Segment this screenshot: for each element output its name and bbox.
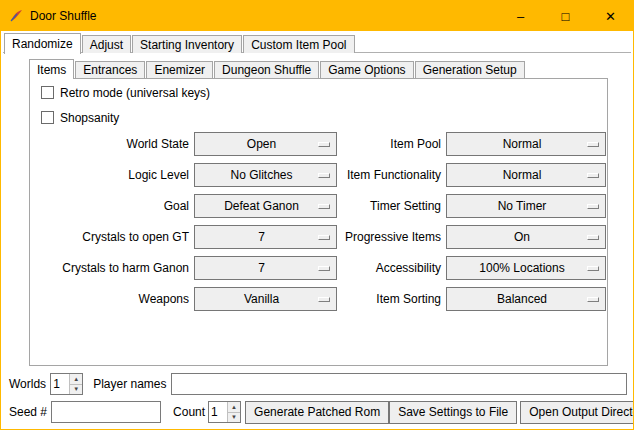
crystals-ganon-label: Crystals to harm Ganon: [32, 256, 189, 280]
count-input[interactable]: [209, 402, 227, 422]
dropdown-indicator-icon: [587, 297, 599, 302]
footer-row-generate: Seed # Count ▲ ▼ Generate Patched Rom Sa…: [1, 400, 633, 424]
item-sorting-dropdown[interactable]: Balanced: [446, 287, 606, 311]
close-button[interactable]: ✕: [588, 1, 633, 31]
tab-entrances[interactable]: Entrances: [75, 61, 145, 78]
progressive-items-label: Progressive Items: [342, 225, 441, 249]
tab-items[interactable]: Items: [29, 59, 74, 79]
generate-patched-rom-button[interactable]: Generate Patched Rom: [245, 401, 389, 424]
outer-tab-bar: Randomize Adjust Starting Inventory Cust…: [4, 33, 356, 53]
item-functionality-dropdown[interactable]: Normal: [446, 163, 606, 187]
item-sorting-value: Balanced: [497, 293, 555, 305]
maximize-button[interactable]: □: [543, 1, 588, 31]
dropdown-indicator-icon: [318, 235, 330, 240]
item-sorting-label: Item Sorting: [342, 287, 441, 311]
retro-mode-row: Retro mode (universal keys): [41, 85, 210, 100]
spin-up-icon[interactable]: ▲: [70, 374, 82, 385]
logic-level-label: Logic Level: [32, 163, 189, 187]
crystals-gt-value: 7: [258, 231, 273, 243]
count-spinner[interactable]: ▲ ▼: [208, 401, 241, 423]
item-pool-label: Item Pool: [342, 132, 441, 156]
world-state-label: World State: [32, 132, 189, 156]
window-title: Door Shuffle: [30, 9, 97, 23]
crystals-ganon-dropdown[interactable]: 7: [194, 256, 337, 280]
dropdown-indicator-icon: [318, 297, 330, 302]
tab-starting-inventory[interactable]: Starting Inventory: [132, 35, 242, 53]
crystals-gt-dropdown[interactable]: 7: [194, 225, 337, 249]
open-output-directory-button[interactable]: Open Output Directory: [520, 401, 634, 424]
settings-grid: World State Open Item Pool Normal Logic …: [32, 132, 606, 311]
tab-custom-item-pool[interactable]: Custom Item Pool: [243, 35, 354, 53]
count-label: Count: [173, 405, 205, 419]
crystals-ganon-value: 7: [258, 262, 273, 274]
world-state-dropdown[interactable]: Open: [194, 132, 337, 156]
item-functionality-label: Item Functionality: [342, 163, 441, 187]
seed-label: Seed #: [9, 405, 47, 419]
spin-up-icon[interactable]: ▲: [228, 402, 240, 413]
worlds-spinner[interactable]: ▲ ▼: [50, 373, 83, 395]
goal-value: Defeat Ganon: [224, 200, 307, 212]
tab-game-options[interactable]: Game Options: [320, 61, 413, 78]
shopsanity-row: Shopsanity: [41, 110, 119, 125]
crystals-gt-label: Crystals to open GT: [32, 225, 189, 249]
timer-setting-dropdown[interactable]: No Timer: [446, 194, 606, 218]
dropdown-indicator-icon: [318, 266, 330, 271]
dropdown-indicator-icon: [587, 235, 599, 240]
spin-down-icon[interactable]: ▼: [70, 385, 82, 395]
tab-dungeon-shuffle[interactable]: Dungeon Shuffle: [214, 61, 319, 78]
seed-input[interactable]: [51, 401, 161, 423]
items-panel: Retro mode (universal keys) Shopsanity W…: [29, 78, 608, 366]
dropdown-indicator-icon: [587, 142, 599, 147]
worlds-label: Worlds: [9, 377, 46, 391]
accessibility-value: 100% Locations: [479, 262, 572, 274]
accessibility-dropdown[interactable]: 100% Locations: [446, 256, 606, 280]
weapons-label: Weapons: [32, 287, 189, 311]
logic-level-value: No Glitches: [230, 169, 300, 181]
app-window: Door Shuffle – □ ✕ Randomize Adjust Star…: [0, 0, 634, 430]
goal-label: Goal: [32, 194, 189, 218]
tab-adjust[interactable]: Adjust: [82, 35, 131, 53]
footer-row-worlds: Worlds ▲ ▼ Player names: [1, 372, 633, 396]
player-names-label: Player names: [93, 377, 166, 391]
weapons-value: Vanilla: [244, 293, 287, 305]
app-icon: [8, 8, 24, 24]
maximize-icon: □: [562, 9, 570, 24]
shopsanity-checkbox[interactable]: [41, 111, 54, 124]
tab-generation-setup[interactable]: Generation Setup: [415, 61, 525, 78]
item-functionality-value: Normal: [503, 169, 550, 181]
dropdown-indicator-icon: [318, 142, 330, 147]
logic-level-dropdown[interactable]: No Glitches: [194, 163, 337, 187]
dropdown-indicator-icon: [587, 204, 599, 209]
inner-tab-bar: Items Entrances Enemizer Dungeon Shuffle…: [29, 59, 526, 78]
item-pool-dropdown[interactable]: Normal: [446, 132, 606, 156]
player-names-input[interactable]: [171, 373, 628, 395]
minimize-icon: –: [517, 9, 524, 24]
progressive-items-value: On: [514, 231, 538, 243]
minimize-button[interactable]: –: [498, 1, 543, 31]
dropdown-indicator-icon: [587, 266, 599, 271]
retro-mode-checkbox[interactable]: [41, 86, 54, 99]
dropdown-indicator-icon: [318, 173, 330, 178]
titlebar[interactable]: Door Shuffle – □ ✕: [1, 1, 633, 31]
dropdown-indicator-icon: [318, 204, 330, 209]
accessibility-label: Accessibility: [342, 256, 441, 280]
world-state-value: Open: [247, 138, 284, 150]
dropdown-indicator-icon: [587, 173, 599, 178]
timer-setting-label: Timer Setting: [342, 194, 441, 218]
item-pool-value: Normal: [503, 138, 550, 150]
progressive-items-dropdown[interactable]: On: [446, 225, 606, 249]
tab-randomize[interactable]: Randomize: [4, 33, 81, 54]
tab-enemizer[interactable]: Enemizer: [146, 61, 213, 78]
retro-mode-label: Retro mode (universal keys): [60, 86, 210, 100]
weapons-dropdown[interactable]: Vanilla: [194, 287, 337, 311]
close-icon: ✕: [605, 9, 616, 24]
shopsanity-label: Shopsanity: [60, 111, 119, 125]
save-settings-button[interactable]: Save Settings to File: [389, 401, 517, 424]
timer-setting-value: No Timer: [498, 200, 555, 212]
spin-down-icon[interactable]: ▼: [228, 413, 240, 423]
worlds-input[interactable]: [51, 374, 69, 394]
goal-dropdown[interactable]: Defeat Ganon: [194, 194, 337, 218]
